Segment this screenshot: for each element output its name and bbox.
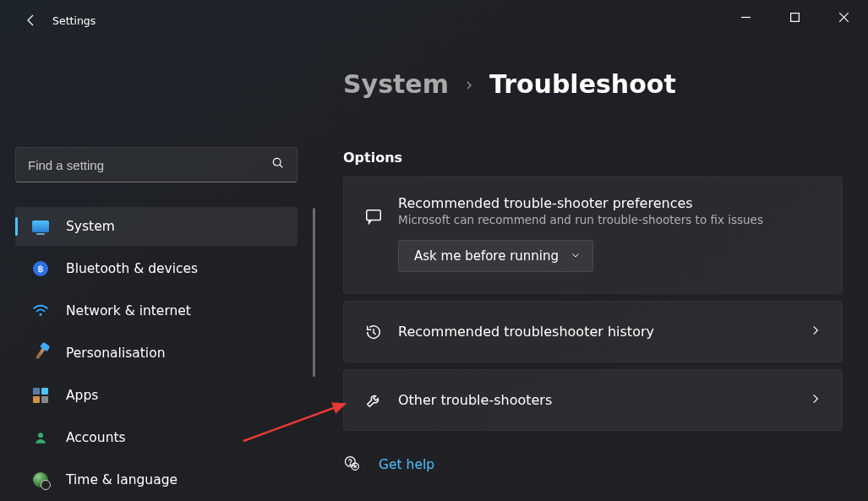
app-title: Settings (52, 14, 96, 27)
sidebar-item-label: Apps (66, 388, 98, 403)
preference-dropdown[interactable]: Ask me before running (398, 240, 593, 272)
sidebar-item-label: System (66, 219, 115, 234)
sidebar-item-label: Accounts (66, 430, 126, 445)
sidebar-item-network[interactable]: Network & internet (15, 291, 298, 330)
sidebar-item-accounts[interactable]: Accounts (15, 418, 298, 457)
sidebar-item-personalisation[interactable]: Personalisation (15, 334, 298, 373)
card-troubleshooter-history[interactable]: Recommended troubleshooter history (343, 301, 843, 362)
svg-point-6 (350, 465, 351, 466)
sidebar-item-apps[interactable]: Apps (15, 376, 298, 415)
sidebar-item-system[interactable]: System (15, 207, 298, 246)
search-icon (271, 156, 285, 173)
card-other-troubleshooters[interactable]: Other trouble-shooters (343, 369, 843, 431)
minimize-button[interactable] (721, 0, 770, 34)
monitor-icon (30, 218, 51, 235)
card-title: Other trouble-shooters (398, 392, 810, 408)
sidebar-item-label: Bluetooth & devices (66, 261, 198, 276)
close-button[interactable] (819, 0, 868, 34)
svg-point-3 (38, 433, 43, 438)
svg-point-1 (273, 158, 281, 166)
chat-icon (364, 207, 398, 226)
breadcrumb-parent[interactable]: System (343, 69, 449, 99)
chevron-down-icon (570, 248, 581, 264)
maximize-button[interactable] (770, 0, 819, 34)
search-input[interactable] (15, 147, 298, 182)
card-troubleshooter-preferences: Recommended trouble-shooter preferences … (343, 176, 843, 294)
bluetooth-icon: ฿ (30, 260, 51, 277)
sidebar-item-bluetooth[interactable]: ฿ Bluetooth & devices (15, 249, 298, 288)
get-help-link[interactable]: Get help (379, 457, 434, 472)
sidebar-scrollbar[interactable] (313, 208, 315, 377)
chevron-right-icon (464, 74, 474, 95)
chevron-right-icon (810, 392, 822, 408)
sidebar-item-label: Personalisation (66, 346, 165, 361)
account-icon (30, 429, 51, 446)
apps-icon (30, 387, 51, 404)
card-title: Recommended trouble-shooter preferences (398, 195, 822, 211)
history-icon (364, 323, 398, 341)
card-title: Recommended troubleshooter history (398, 324, 810, 340)
chevron-right-icon (810, 324, 822, 340)
help-icon (343, 455, 360, 475)
breadcrumb-current: Troubleshoot (489, 69, 676, 99)
svg-point-2 (40, 313, 42, 316)
svg-rect-4 (367, 210, 381, 221)
card-subtitle: Microsoft can recommend and run trouble-… (398, 213, 822, 226)
sidebar-item-label: Network & internet (66, 303, 191, 319)
search-field[interactable] (28, 158, 265, 172)
breadcrumb: System Troubleshoot (343, 69, 843, 99)
dropdown-value: Ask me before running (414, 248, 559, 264)
globe-clock-icon (30, 471, 51, 488)
wifi-icon (30, 302, 51, 319)
sidebar-item-label: Time & language (66, 472, 177, 487)
brush-icon (30, 345, 51, 362)
svg-rect-0 (790, 13, 799, 21)
wrench-icon (364, 391, 398, 410)
sidebar-item-time-language[interactable]: Time & language (15, 460, 298, 499)
back-button[interactable] (10, 0, 51, 41)
section-label-options: Options (343, 150, 843, 166)
